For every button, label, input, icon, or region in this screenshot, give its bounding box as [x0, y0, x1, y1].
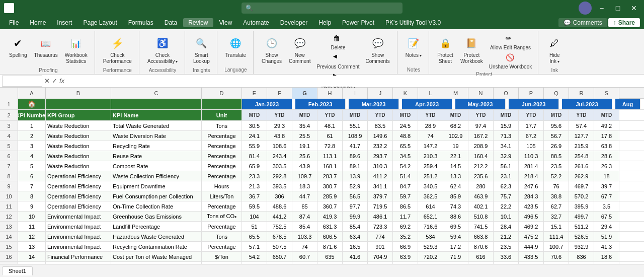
delete-comment-button[interactable]: 🗑 Delete	[314, 33, 361, 51]
unit-cell[interactable]: Tons	[202, 121, 242, 130]
data-cell[interactable]: 10.1	[494, 212, 519, 221]
menu-formulas[interactable]: Formulas	[123, 18, 158, 27]
data-cell[interactable]: 836	[569, 252, 594, 261]
data-cell[interactable]: 52.9	[343, 181, 368, 191]
data-cell[interactable]: 56.1	[494, 161, 519, 171]
data-cell[interactable]: 719.5	[368, 201, 393, 211]
data-cell[interactable]: 38.8	[544, 191, 569, 201]
data-cell[interactable]: 25.5	[292, 131, 317, 141]
data-cell[interactable]: 28.4	[494, 222, 519, 231]
data-cell[interactable]: 85.9	[443, 191, 468, 201]
data-cell[interactable]: 149.6	[368, 131, 393, 141]
data-cell[interactable]: 65.5	[393, 141, 418, 151]
data-cell[interactable]: 631.3	[317, 222, 343, 231]
data-cell[interactable]: 70.6	[544, 252, 569, 261]
data-cell[interactable]: 23.5	[494, 242, 519, 251]
comments-button[interactable]: 💬 Comments	[558, 18, 607, 27]
kpi-number-cell[interactable]: 3	[18, 141, 46, 151]
data-cell[interactable]: 55.9	[242, 141, 267, 151]
data-cell[interactable]: 310.3	[368, 161, 393, 171]
unit-cell[interactable]: Percentage	[202, 222, 242, 231]
notes-button[interactable]: 📝 Notes▾	[403, 33, 425, 60]
kpi-number-cell[interactable]: 11	[18, 222, 46, 231]
col-header-M[interactable]: M	[443, 88, 468, 99]
kpi-name-cell[interactable]: Greenhouse Gas Emissions	[111, 212, 202, 221]
data-cell[interactable]: 68.2	[443, 121, 468, 130]
data-cell[interactable]: 86.5	[393, 201, 418, 211]
data-cell[interactable]: 69.2	[393, 222, 418, 231]
data-cell[interactable]: 419.3	[317, 212, 343, 221]
unit-cell[interactable]: Percentage	[202, 161, 242, 171]
close-button[interactable]: ✕	[628, 2, 640, 14]
data-cell[interactable]: 59.5	[242, 201, 267, 211]
data-cell[interactable]: 66.9	[393, 242, 418, 251]
data-cell[interactable]: 13.3	[443, 171, 468, 181]
unit-cell[interactable]: Percentage	[202, 151, 242, 161]
smart-lookup-button[interactable]: 🔍 SmartLookup	[190, 33, 213, 66]
kpi-number-cell[interactable]: 14	[18, 252, 46, 261]
kpi-number-cell[interactable]: 5	[18, 161, 46, 171]
data-cell[interactable]: 251.2	[418, 171, 443, 181]
sheet-tab-1[interactable]: Sheet1	[2, 266, 33, 275]
data-cell[interactable]: 89.6	[343, 151, 368, 161]
kpi-group-cell[interactable]: Operational Efficiency	[46, 191, 111, 201]
data-cell[interactable]: 218.4	[519, 171, 544, 181]
data-cell[interactable]: 167.2	[468, 131, 494, 141]
data-cell[interactable]: 52.2	[544, 171, 569, 181]
minimize-button[interactable]: −	[596, 2, 608, 14]
col-header-A[interactable]: A	[18, 88, 46, 99]
unit-cell[interactable]: Percentage	[202, 201, 242, 211]
data-cell[interactable]: 15.1	[544, 222, 569, 231]
data-cell[interactable]: 88.6	[443, 212, 468, 221]
data-cell[interactable]: 41.7	[343, 141, 368, 151]
data-cell[interactable]: 393.5	[267, 181, 292, 191]
data-cell[interactable]: 13.9	[343, 171, 368, 181]
data-cell[interactable]: 69.5	[443, 222, 468, 231]
kpi-group-cell[interactable]: Waste Reduction	[46, 121, 111, 130]
data-cell[interactable]: 85.4	[343, 222, 368, 231]
menu-power-pivot[interactable]: Power Pivot	[337, 18, 379, 27]
data-cell[interactable]: 81.4	[242, 151, 267, 161]
data-cell[interactable]: 62.4	[443, 181, 468, 191]
data-cell[interactable]: 570.2	[569, 191, 594, 201]
kpi-group-cell[interactable]: Environmental Impact	[46, 242, 111, 251]
data-cell[interactable]: 67.5	[594, 212, 619, 221]
data-cell[interactable]: 127.7	[569, 131, 594, 141]
new-comment-button[interactable]: 💬 NewComment	[286, 33, 313, 66]
data-cell[interactable]: 433.5	[519, 252, 544, 261]
data-cell[interactable]: 395.9	[569, 201, 594, 211]
data-cell[interactable]: 29.4	[594, 222, 619, 231]
menu-view[interactable]: View	[214, 18, 237, 27]
kpi-group-cell[interactable]: Financial Performance	[46, 252, 111, 261]
data-cell[interactable]: 16.5	[343, 242, 368, 251]
kpi-name-cell[interactable]: On-Time Collection Rate	[111, 201, 202, 211]
data-cell[interactable]: 56.5	[343, 191, 368, 201]
data-cell[interactable]: 74	[292, 242, 317, 251]
col-header-C[interactable]: C	[111, 88, 202, 99]
data-cell[interactable]: 100.7	[544, 242, 569, 251]
data-cell[interactable]: 33.6	[494, 252, 519, 261]
data-cell[interactable]: 486.1	[368, 212, 393, 221]
hide-ink-button[interactable]: 🖊 HideInk▾	[543, 33, 566, 66]
kpi-name-cell[interactable]: Total Waste Generated	[111, 121, 202, 130]
data-cell[interactable]: 21.2	[494, 232, 519, 241]
data-cell[interactable]: 306	[267, 191, 292, 201]
data-cell[interactable]: 63.9	[393, 252, 418, 261]
col-header-D[interactable]: D	[202, 88, 242, 99]
kpi-name-cell[interactable]: Waste Diversion Rate	[111, 131, 202, 141]
data-cell[interactable]: 247.6	[519, 181, 544, 191]
data-cell[interactable]: 283.7	[317, 171, 343, 181]
col-header-G[interactable]: G	[292, 88, 317, 99]
data-cell[interactable]: 87.4	[292, 212, 317, 221]
data-cell[interactable]: 85	[292, 201, 317, 211]
menu-help[interactable]: Help	[313, 18, 336, 27]
data-cell[interactable]: 18	[594, 171, 619, 181]
data-cell[interactable]: 499.7	[569, 212, 594, 221]
data-cell[interactable]: 57.4	[569, 121, 594, 130]
data-cell[interactable]: 59.4	[443, 232, 468, 241]
data-cell[interactable]: 488.6	[267, 201, 292, 211]
data-cell[interactable]: 932.9	[569, 242, 594, 251]
data-cell[interactable]: 463.9	[468, 191, 494, 201]
data-cell[interactable]: 534	[418, 232, 443, 241]
confirm-formula-icon[interactable]: ✓	[52, 77, 57, 85]
